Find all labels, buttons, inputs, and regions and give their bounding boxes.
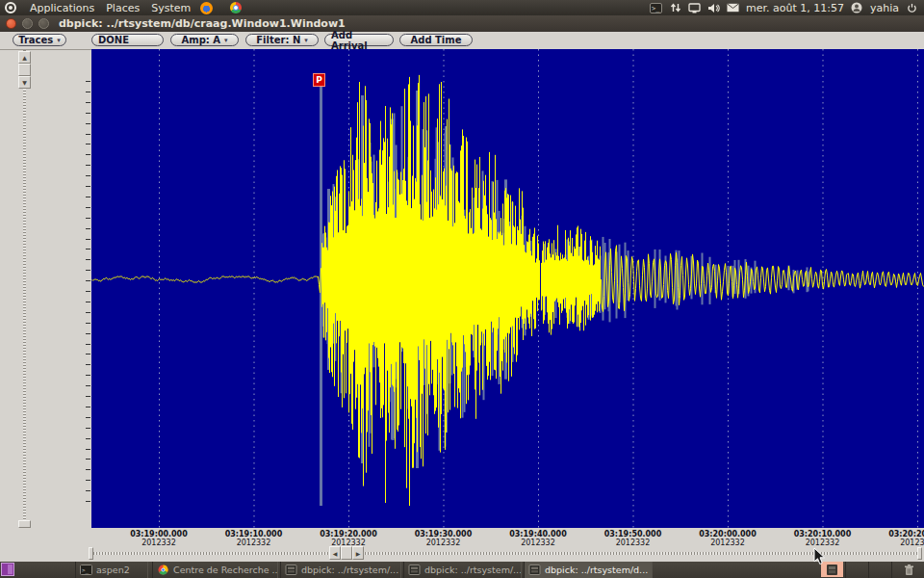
mail-icon[interactable] <box>727 2 739 13</box>
gnome-top-panel: ApplicationsPlacesSystem >_ mer. août 1,… <box>0 0 924 15</box>
trash-icon[interactable] <box>903 564 915 575</box>
x-axis-label: 03:19:40.0002012332 <box>492 530 584 547</box>
chevron-down-icon: ▾ <box>304 37 308 44</box>
x-axis-label: 03:20:20.0002012332 <box>871 530 924 547</box>
taskbar-item[interactable]: dbpick: ../rtsystem/... <box>403 562 522 578</box>
y-axis-tick <box>86 113 90 114</box>
x-axis-label: 03:20:00.0002012332 <box>681 530 774 547</box>
chrome-icon[interactable] <box>230 2 242 13</box>
amp-dropdown[interactable]: Amp: A▾ <box>170 34 239 46</box>
vertical-scrollbar-thumb[interactable] <box>18 64 31 76</box>
menu-places[interactable]: Places <box>100 2 145 14</box>
p-pick-flag[interactable]: P <box>313 73 325 87</box>
vertical-scrollbar-cable[interactable] <box>23 50 26 528</box>
minimize-window-icon[interactable] <box>22 18 33 29</box>
y-axis-tick <box>86 123 90 124</box>
horizontal-scrollbar-anchor-left[interactable] <box>89 547 93 560</box>
taskbar-item[interactable]: Centre de Recherche ... <box>152 562 278 578</box>
ubuntu-logo-icon[interactable] <box>5 2 16 13</box>
y-axis-tick <box>86 364 90 365</box>
y-axis-tick <box>86 165 90 166</box>
y-axis-tick <box>86 92 90 92</box>
y-axis-tick <box>86 490 90 491</box>
done-button[interactable]: DONE <box>91 34 164 46</box>
window-titlebar[interactable]: dbpick: ../rtsystem/db/craag.Window1.Win… <box>0 15 924 33</box>
vertical-scrollbar-anchor[interactable] <box>18 520 31 528</box>
horizontal-scrollbar-thumb[interactable] <box>341 546 352 560</box>
chevron-down-icon: ▾ <box>224 37 228 44</box>
x-axis-label: 03:19:50.0002012332 <box>587 530 680 547</box>
y-axis-tick <box>86 417 90 418</box>
y-axis-tick <box>86 354 90 355</box>
y-axis-tick <box>86 323 90 324</box>
y-axis-tick <box>86 218 90 219</box>
y-axis-tick <box>86 154 90 155</box>
x-axis-label: 03:19:30.0002012332 <box>398 530 490 547</box>
horizontal-scrollbar-anchor-right[interactable] <box>917 547 922 560</box>
y-axis-tick <box>86 501 90 502</box>
power-icon[interactable] <box>906 2 918 13</box>
add-time-button[interactable]: Add Time <box>399 34 473 46</box>
y-axis-tick <box>86 302 90 302</box>
scroll-up-icon[interactable]: ▲ <box>18 51 31 64</box>
y-axis-tick <box>86 459 90 460</box>
workspace-switcher[interactable] <box>1 563 14 576</box>
maximize-window-icon[interactable] <box>38 18 49 29</box>
seismogram-canvas[interactable] <box>91 49 924 528</box>
filter-dropdown[interactable]: Filter: N▾ <box>245 34 319 46</box>
x-axis-label: 03:19:10.0002012332 <box>208 530 300 547</box>
dbpick-toolbar: Traces▾ DONE Amp: A▾ Filter: N▾ Add Arri… <box>0 32 924 50</box>
panel-clock[interactable]: mer. août 1, 11:57 <box>746 2 844 14</box>
y-axis-tick <box>86 312 90 313</box>
y-axis-tick <box>86 197 90 197</box>
flashing-taskbar-item[interactable] <box>821 562 843 577</box>
horizontal-scrollbar-cable[interactable] <box>93 552 917 555</box>
y-axis-tick <box>86 396 90 397</box>
taskbar-item[interactable]: dbpick: ../rtsystem/d... <box>524 562 653 578</box>
scroll-right-icon[interactable]: ▶ <box>352 546 364 560</box>
y-axis-tick <box>86 270 90 271</box>
panel-username[interactable]: yahia <box>870 2 899 14</box>
menu-system[interactable]: System <box>145 2 196 14</box>
volume-icon[interactable] <box>707 2 720 13</box>
y-axis-tick <box>86 344 90 345</box>
y-axis-tick <box>86 134 90 135</box>
scroll-left-icon[interactable]: ◀ <box>329 546 341 560</box>
taskbar-item[interactable]: >_aspen2 <box>75 562 148 578</box>
y-axis-tick <box>86 375 90 376</box>
taskbar-item[interactable]: dbpick: ../rtsystem/... <box>280 562 401 578</box>
y-axis-tick <box>86 228 90 229</box>
firefox-icon[interactable] <box>200 2 213 14</box>
y-axis-tick <box>86 333 90 334</box>
y-axis-tick <box>86 207 90 208</box>
x-axis-label: 03:19:00.0002012332 <box>113 530 205 547</box>
y-axis-tick <box>86 407 90 407</box>
svg-text:>_: >_ <box>652 5 660 13</box>
y-axis-tick <box>86 249 90 250</box>
y-axis-tick <box>86 81 90 82</box>
y-axis-tick <box>86 259 90 260</box>
window-title: dbpick: ../rtsystem/db/craag.Window1.Win… <box>59 17 346 30</box>
y-axis-tick <box>86 186 90 187</box>
display-icon[interactable] <box>688 2 701 13</box>
y-axis-tick <box>86 480 90 481</box>
terminal-tray-icon[interactable]: >_ <box>650 2 662 13</box>
bottom-taskbar: >_aspen2Centre de Recherche ...dbpick: .… <box>0 562 924 578</box>
svg-text:>_: >_ <box>82 566 90 574</box>
y-axis-tick <box>86 144 90 144</box>
close-window-icon[interactable] <box>6 18 16 29</box>
network-arrows-icon[interactable] <box>669 2 681 13</box>
y-axis-tick <box>86 291 90 292</box>
y-axis-tick <box>86 175 90 176</box>
x-axis-label: 03:19:20.0002012332 <box>302 530 395 547</box>
y-axis-tick <box>86 385 90 386</box>
add-arrival-button[interactable]: Add Arrival <box>324 34 394 46</box>
system-tray: >_ <box>650 2 739 13</box>
y-axis-tick <box>86 469 90 470</box>
user-icon[interactable] <box>851 2 863 13</box>
seismogram-plot <box>91 49 924 528</box>
scroll-down-icon[interactable]: ▼ <box>18 76 31 89</box>
traces-menu-button[interactable]: Traces▾ <box>13 34 66 46</box>
y-axis-tick <box>86 280 90 281</box>
menu-applications[interactable]: Applications <box>24 2 100 14</box>
